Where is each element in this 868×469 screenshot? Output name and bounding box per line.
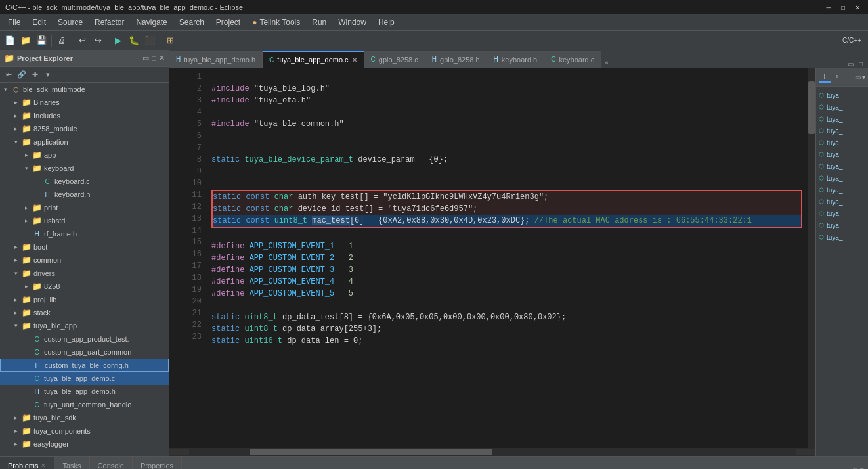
tab-problems[interactable]: Problems ✕	[0, 457, 54, 469]
tree-arrow-proj_lib[interactable]: ▸	[11, 296, 21, 303]
outline-item-8[interactable]: ⬡tuya_	[817, 184, 867, 196]
tree-arrow-app[interactable]: ▸	[21, 152, 32, 158]
explorer-close-btn[interactable]: ✕	[159, 54, 165, 62]
tab-keyboard-c[interactable]: C keyboard.c	[544, 51, 601, 68]
file-tree[interactable]: ▾⬡ble_sdk_multimode▸📁Binaries▸📁Includes▸…	[0, 83, 169, 456]
editor-scrollbar-horizontal[interactable]	[169, 448, 815, 456]
perspective-button[interactable]: ⊞	[163, 34, 177, 48]
tree-arrow-tuya_ble_app[interactable]: ▾	[11, 323, 21, 329]
tree-item-custom_tuya_ble_config[interactable]: Hcustom_tuya_ble_config.h	[0, 359, 169, 372]
scroll-left-arrow[interactable]	[169, 449, 189, 455]
bottom-minimize-btn[interactable]: ▭	[844, 466, 850, 469]
tree-item-app[interactable]: ▸📁app	[0, 148, 169, 162]
menu-project[interactable]: Project	[211, 16, 246, 28]
tab-properties[interactable]: Properties	[133, 457, 182, 469]
tree-item-application[interactable]: ▾📁application	[0, 135, 169, 148]
outline-item-10[interactable]: ⬡tuya_	[817, 208, 867, 219]
tree-item-tuya_ble_app_demo.c[interactable]: Ctuya_ble_app_demo.c	[0, 372, 169, 385]
tree-arrow-common[interactable]: ▸	[11, 257, 21, 263]
tree-item-custom_app_product_test[interactable]: Ccustom_app_product_test.	[0, 332, 169, 346]
tree-item-proj_lib[interactable]: ▸📁proj_lib	[0, 293, 169, 306]
menu-window[interactable]: Window	[333, 16, 372, 28]
tree-item-ble_sdk_multimode[interactable]: ▾⬡ble_sdk_multimode	[0, 83, 169, 96]
outline-item-11[interactable]: ⬡tuya_	[817, 219, 867, 231]
outline-item-2[interactable]: ⬡tuya_	[817, 113, 867, 125]
outline-item-5[interactable]: ⬡tuya_	[817, 148, 867, 160]
tree-arrow-tuya_components[interactable]: ▸	[11, 428, 21, 434]
tree-arrow-drivers[interactable]: ▾	[11, 270, 21, 277]
outline-menu-btn[interactable]: ▾	[862, 74, 865, 81]
editor-maximize-btn[interactable]: □	[856, 60, 865, 68]
tree-arrow-Includes[interactable]: ▸	[11, 112, 21, 119]
run-button[interactable]: ▶	[111, 34, 125, 48]
outline-item-3[interactable]: ⬡tuya_	[817, 125, 867, 137]
outline-minimize-btn[interactable]: ▭	[855, 74, 861, 81]
tree-item-tuya_ble_sdk[interactable]: ▸📁tuya_ble_sdk	[0, 411, 169, 424]
tab-keyboard-h[interactable]: H keyboard.h	[487, 51, 545, 68]
tree-item-Binaries[interactable]: ▸📁Binaries	[0, 96, 169, 109]
debug-button[interactable]: 🐛	[127, 34, 141, 48]
open-button[interactable]: 📁	[18, 34, 33, 48]
bottom-maximize-btn[interactable]: □	[853, 466, 857, 470]
tree-item-keyboard[interactable]: ▾📁keyboard	[0, 162, 169, 175]
menu-source[interactable]: Source	[53, 16, 88, 28]
redo-button[interactable]: ↪	[91, 34, 105, 48]
maximize-button[interactable]: □	[838, 2, 848, 12]
menu-navigate[interactable]: Navigate	[131, 16, 172, 28]
tab-gpio-8258-c[interactable]: C gpio_8258.c	[364, 51, 425, 68]
code-editor[interactable]: 1234567891011121314151617181920212223 #i…	[169, 68, 815, 448]
scroll-thumb-h[interactable]	[250, 449, 492, 455]
outline-item-0[interactable]: ⬡tuya_	[817, 89, 867, 101]
tree-item-Includes[interactable]: ▸📁Includes	[0, 109, 169, 122]
tree-item-keyboard.c[interactable]: Ckeyboard.c	[0, 175, 169, 188]
undo-button[interactable]: ↩	[75, 34, 89, 48]
tree-arrow-application[interactable]: ▾	[11, 139, 21, 145]
tree-item-easylogger[interactable]: ▸📁easylogger	[0, 437, 169, 451]
menu-file[interactable]: File	[3, 16, 26, 28]
tree-arrow-Binaries[interactable]: ▸	[11, 99, 21, 106]
tree-item-8258[interactable]: ▸📁8258	[0, 280, 169, 293]
editor-scrollbar-vertical[interactable]	[808, 68, 815, 448]
code-content[interactable]: #include "tuya_ble_log.h"#include "tuya_…	[206, 68, 808, 448]
tree-item-tuya_ble_app[interactable]: ▾📁tuya_ble_app	[0, 319, 169, 332]
scrollbar-thumb[interactable]	[808, 81, 815, 134]
explorer-maximize-btn[interactable]: □	[152, 55, 156, 62]
tree-arrow-boot[interactable]: ▸	[11, 244, 21, 250]
tab-gpio-8258-h[interactable]: H gpio_8258.h	[425, 51, 487, 68]
tree-item-keyboard.h[interactable]: Hkeyboard.h	[0, 188, 169, 201]
menu-help[interactable]: Help	[373, 16, 400, 28]
menu-run[interactable]: Run	[307, 16, 332, 28]
tree-arrow-usbstd[interactable]: ▸	[21, 217, 32, 224]
tree-arrow-keyboard[interactable]: ▾	[21, 165, 32, 171]
save-button[interactable]: 💾	[34, 34, 49, 48]
new-resource-btn[interactable]: ✚	[29, 69, 41, 81]
bottom-menu-btn[interactable]: ▾	[860, 466, 864, 469]
tree-item-print[interactable]: ▸📁print	[0, 201, 169, 214]
tree-arrow-easylogger[interactable]: ▸	[11, 441, 21, 447]
tabs-overflow-indicator[interactable]: ⁶	[601, 60, 612, 68]
outline-item-4[interactable]: ⬡tuya_	[817, 137, 867, 148]
tree-arrow-print[interactable]: ▸	[21, 204, 32, 211]
tree-item-usbstd[interactable]: ▸📁usbstd	[0, 214, 169, 227]
tab-tuya-ble-app-demo-c[interactable]: C tuya_ble_app_demo.c ✕	[263, 51, 364, 68]
stop-button[interactable]: ⬛	[142, 34, 157, 48]
collapse-all-btn[interactable]: ⇤	[3, 69, 14, 81]
link-editor-btn[interactable]: 🔗	[16, 69, 28, 81]
tree-item-rf_frame.h[interactable]: Hrf_frame.h	[0, 227, 169, 240]
explorer-minimize-btn[interactable]: ▭	[142, 54, 149, 62]
outline-tab-t[interactable]: T	[819, 72, 831, 83]
tree-arrow-8258_module[interactable]: ▸	[11, 125, 21, 132]
tree-item-common[interactable]: ▸📁common	[0, 254, 169, 267]
outline-item-1[interactable]: ⬡tuya_	[817, 101, 867, 113]
scroll-track-h[interactable]	[189, 449, 796, 455]
tree-item-boot[interactable]: ▸📁boot	[0, 240, 169, 254]
editor-minimize-btn[interactable]: ▭	[845, 60, 856, 68]
cpp-perspective[interactable]: C/C++	[838, 34, 865, 48]
menu-edit[interactable]: Edit	[27, 16, 51, 28]
tab-close-btn[interactable]: ✕	[352, 56, 357, 64]
tree-arrow-tuya_ble_sdk[interactable]: ▸	[11, 414, 21, 421]
scroll-right-arrow[interactable]	[796, 449, 815, 455]
tree-item-tuya_components[interactable]: ▸📁tuya_components	[0, 424, 169, 437]
new-button[interactable]: 📄	[3, 34, 17, 48]
tab-tasks[interactable]: Tasks	[54, 457, 89, 469]
